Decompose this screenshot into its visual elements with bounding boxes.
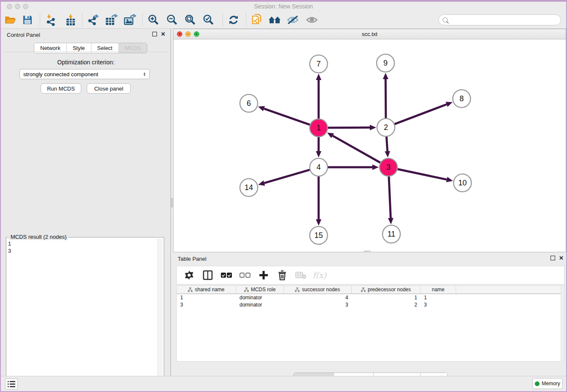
task-history-button[interactable] — [5, 378, 18, 389]
column-header-predecessor-nodes[interactable]: predecessor nodes — [352, 286, 421, 293]
column-header-successor-nodes[interactable]: successor nodes — [284, 286, 352, 293]
import-table-icon[interactable] — [63, 13, 78, 27]
mcds-tab-content: Optimization criterion: strongly connect… — [3, 52, 168, 373]
select-all-icon[interactable] — [220, 269, 233, 282]
optimization-criterion-label: Optimization criterion: — [3, 59, 168, 66]
cell-predecessor-nodes[interactable]: 1 — [352, 294, 421, 301]
arrowhead-icon — [446, 177, 453, 182]
export-network-icon[interactable] — [86, 13, 100, 27]
home-network-icon[interactable] — [267, 13, 282, 27]
graph-node-2[interactable]: 2 — [377, 119, 395, 136]
edge-2-8[interactable] — [395, 104, 447, 124]
edge-4-14[interactable] — [264, 170, 309, 183]
table-close-icon[interactable]: ✕ — [559, 256, 564, 260]
refresh-layout-icon[interactable] — [226, 13, 241, 27]
close-panel-button[interactable]: Close panel — [87, 83, 131, 94]
export-table-icon[interactable] — [104, 13, 118, 27]
graph-node-1[interactable]: 1 — [310, 119, 328, 137]
memory-button[interactable]: Memory — [532, 378, 563, 389]
result-scrollbar[interactable] — [157, 238, 163, 392]
deselect-all-icon[interactable] — [239, 269, 251, 282]
network-view-window: × − + scc.txt 7968124314101511 — [173, 29, 566, 252]
open-file-icon[interactable] — [3, 13, 18, 27]
shared-column-icon — [295, 287, 300, 292]
cell-shared-name[interactable]: 3 — [177, 301, 236, 309]
network-canvas[interactable]: 7968124314101511 — [173, 39, 566, 252]
import-network-icon[interactable] — [44, 13, 58, 27]
table-header-row: shared nameMCDS rolesuccessor nodesprede… — [177, 286, 564, 294]
memory-status-icon — [535, 381, 539, 386]
canvas-resize-grip[interactable] — [364, 251, 371, 252]
arrowhead-icon — [446, 102, 452, 107]
edge-1-6[interactable] — [264, 109, 310, 125]
edge-3-11[interactable] — [389, 177, 391, 218]
zoom-fit-icon[interactable] — [183, 13, 198, 27]
control-panel-header: Control Panel ✕ — [1, 29, 171, 41]
cell-name[interactable]: 1 — [421, 294, 456, 301]
edge-2-3[interactable] — [386, 137, 387, 151]
network-window-titlebar[interactable]: × − + scc.txt — [173, 29, 566, 39]
table-scrollbar[interactable] — [561, 286, 564, 361]
first-neighbors-icon[interactable] — [250, 13, 264, 27]
cell-shared-name[interactable]: 1 — [177, 294, 236, 301]
cell-successor-nodes[interactable]: 3 — [284, 301, 352, 309]
graph-node-9[interactable]: 9 — [377, 54, 394, 72]
hide-selected-icon[interactable] — [286, 13, 300, 27]
edge-3-10[interactable] — [398, 169, 447, 180]
close-panel-icon[interactable]: ✕ — [161, 32, 165, 36]
delete-column-icon[interactable] — [295, 269, 307, 282]
svg-text:15: 15 — [314, 231, 323, 240]
criterion-dropdown[interactable]: strongly connected component ▲▼ — [19, 69, 150, 79]
graph-node-6[interactable]: 6 — [240, 94, 258, 112]
graph-node-15[interactable]: 15 — [310, 226, 328, 244]
cell-successor-nodes[interactable]: 4 — [284, 294, 352, 301]
mcds-result-text[interactable]: 1 3 — [8, 240, 156, 392]
network-graph[interactable]: 7968124314101511 — [173, 39, 566, 252]
save-session-icon[interactable] — [20, 13, 35, 27]
settings-gear-icon[interactable] — [183, 269, 195, 282]
zoom-selected-icon[interactable] — [201, 13, 216, 27]
table-row[interactable]: 1dominator411 — [177, 294, 564, 301]
cell-MCDS-role[interactable]: dominator — [236, 294, 284, 301]
edge-3-1[interactable] — [333, 136, 380, 163]
function-builder-icon[interactable]: f(x) — [313, 269, 326, 282]
column-header-MCDS-role[interactable]: MCDS role — [236, 286, 284, 293]
arrowhead-icon — [370, 125, 376, 130]
main-toolbar — [1, 11, 566, 29]
search-box — [438, 14, 561, 25]
cell-MCDS-role[interactable]: dominator — [236, 301, 284, 309]
graph-node-14[interactable]: 14 — [240, 179, 258, 196]
graph-node-10[interactable]: 10 — [454, 174, 471, 192]
edge-2-9[interactable] — [385, 79, 386, 118]
edge-1-2[interactable] — [328, 127, 370, 128]
svg-text:7: 7 — [317, 60, 321, 68]
graph-node-11[interactable]: 11 — [383, 225, 400, 243]
memory-label: Memory — [542, 381, 560, 386]
arrowhead-icon — [316, 219, 322, 226]
column-header-name[interactable]: name — [421, 286, 456, 293]
add-column-icon[interactable] — [257, 269, 270, 282]
delete-row-icon[interactable] — [276, 269, 289, 282]
mcds-result-group: MCDS result (2 nodes) 1 3 — [6, 237, 164, 392]
column-chooser-icon[interactable] — [201, 269, 214, 282]
zoom-in-icon[interactable] — [146, 13, 161, 27]
cell-predecessor-nodes[interactable]: 2 — [352, 301, 421, 309]
table-float-icon[interactable] — [550, 256, 555, 260]
window-title: Session: New Session — [1, 3, 566, 10]
graph-node-4[interactable]: 4 — [310, 158, 328, 176]
status-bar: Memory — [1, 376, 566, 391]
run-mcds-button[interactable]: Run MCDS — [41, 83, 81, 94]
graph-node-3[interactable]: 3 — [380, 158, 397, 176]
export-image-icon[interactable] — [123, 13, 137, 27]
graph-node-8[interactable]: 8 — [453, 90, 471, 108]
column-header-shared-name[interactable]: shared name — [177, 286, 236, 293]
table-panel-header: Table Panel ✕ — [173, 253, 567, 264]
shared-column-icon — [188, 287, 193, 292]
show-all-icon[interactable] — [305, 13, 319, 27]
table-row[interactable]: 3dominator323 — [177, 301, 564, 309]
zoom-out-icon[interactable] — [165, 13, 179, 27]
cell-name[interactable]: 3 — [421, 301, 456, 309]
float-panel-icon[interactable] — [152, 32, 157, 36]
graph-node-7[interactable]: 7 — [310, 55, 328, 73]
search-input[interactable] — [450, 17, 561, 23]
